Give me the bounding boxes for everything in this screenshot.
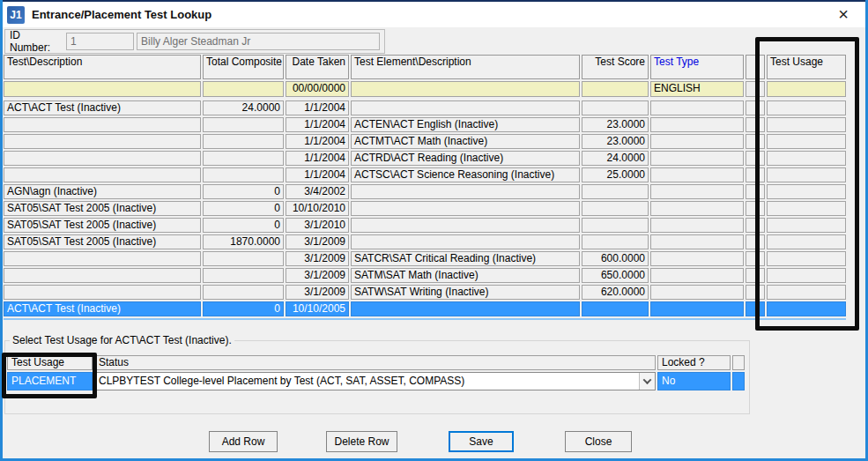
grid-cell-composite[interactable]: 0 bbox=[203, 201, 284, 216]
grid-cell-element[interactable] bbox=[351, 184, 580, 199]
grid-cell-date[interactable]: 10/10/2005 bbox=[286, 301, 349, 316]
col-header-total-composite-score[interactable]: Total Composite Score bbox=[203, 55, 284, 79]
grid-cell-test[interactable] bbox=[4, 285, 201, 300]
grid-cell-test[interactable] bbox=[4, 268, 201, 283]
table-row[interactable]: 3/1/2009SATW\SAT Writing (Inactive)620.0… bbox=[4, 285, 846, 300]
table-row[interactable]: 3/1/2009SATM\SAT Math (Inactive)650.0000 bbox=[4, 268, 846, 283]
grid-cell-element[interactable]: SATW\SAT Writing (Inactive) bbox=[351, 285, 580, 300]
grid-cell-test[interactable]: SAT05\SAT Test 2005 (Inactive) bbox=[4, 201, 201, 216]
status-combobox[interactable]: CLPBYTEST College-level Placement by Tes… bbox=[94, 372, 656, 390]
grid-cell-score[interactable] bbox=[582, 218, 649, 233]
grid-cell-element[interactable]: ACTEN\ACT English (Inactive) bbox=[351, 117, 580, 132]
grid-cell-test[interactable]: SAT05\SAT Test 2005 (Inactive) bbox=[4, 218, 201, 233]
table-row[interactable]: SAT05\SAT Test 2005 (Inactive)03/1/2010 bbox=[4, 218, 846, 233]
table-row[interactable]: 1/1/2004ACTSC\ACT Science Reasoning (Ina… bbox=[4, 167, 846, 182]
grid-cell-score[interactable] bbox=[582, 234, 649, 249]
id-number-field[interactable]: 1 bbox=[66, 33, 134, 50]
grid-cell-element[interactable] bbox=[351, 201, 580, 216]
grid-cell-element[interactable]: ACTRD\ACT Reading (Inactive) bbox=[351, 151, 580, 166]
table-row[interactable]: 1/1/2004ACTEN\ACT English (Inactive)23.0… bbox=[4, 117, 846, 132]
grid-cell-score[interactable] bbox=[582, 184, 649, 199]
grid-cell-element[interactable]: SATM\SAT Math (Inactive) bbox=[351, 268, 580, 283]
title-bar[interactable]: J1 Entrance/Placement Test Lookup × bbox=[3, 2, 865, 27]
grid-cell-type[interactable] bbox=[650, 268, 744, 283]
grid-cell-type[interactable] bbox=[650, 134, 744, 149]
grid-cell-composite[interactable] bbox=[203, 251, 284, 266]
col-header-test-score[interactable]: Test Score bbox=[582, 55, 649, 79]
grid-cell-date[interactable]: 1/1/2004 bbox=[286, 151, 349, 166]
grid-cell-type[interactable] bbox=[650, 184, 744, 199]
grid-cell-score[interactable] bbox=[582, 301, 649, 316]
grid-cell-test[interactable] bbox=[4, 151, 201, 166]
grid-cell-element[interactable]: SATCR\SAT Critical Reading (Inactive) bbox=[351, 251, 580, 266]
grid-cell-element[interactable] bbox=[351, 100, 580, 115]
table-row[interactable]: ACT\ACT Test (Inactive)010/10/2005 bbox=[4, 301, 846, 316]
grid-cell-composite[interactable] bbox=[203, 285, 284, 300]
grid-cell-test[interactable] bbox=[4, 167, 201, 182]
close-button[interactable]: Close bbox=[565, 431, 632, 452]
status-dropdown-button[interactable] bbox=[639, 373, 655, 390]
grid-cell-composite[interactable] bbox=[203, 151, 284, 166]
grid-cell-type[interactable] bbox=[650, 151, 744, 166]
usage-col-header-locked[interactable]: Locked ? bbox=[657, 355, 731, 370]
table-row[interactable]: 1/1/2004ACTRD\ACT Reading (Inactive)24.0… bbox=[4, 151, 846, 166]
col-header-test-type[interactable]: Test Type bbox=[650, 55, 744, 79]
grid-cell-score[interactable]: 23.0000 bbox=[582, 134, 649, 149]
grid-cell-type[interactable] bbox=[650, 234, 744, 249]
grid-cell-date[interactable]: 10/10/2010 bbox=[286, 201, 349, 216]
grid-cell-test[interactable]: ACT\ACT Test (Inactive) bbox=[4, 301, 201, 316]
col-header-test-element[interactable]: Test Element\Description bbox=[351, 55, 580, 79]
grid-cell-date[interactable]: 3/4/2002 bbox=[286, 184, 349, 199]
grid-cell-composite[interactable]: 1870.0000 bbox=[203, 234, 284, 249]
grid-cell-test[interactable] bbox=[4, 117, 201, 132]
grid-cell-test[interactable]: ACT\ACT Test (Inactive) bbox=[4, 100, 201, 115]
grid-cell-type[interactable] bbox=[650, 117, 744, 132]
grid-cell-test[interactable] bbox=[4, 134, 201, 149]
grid-cell-test[interactable]: AGN\agn (Inactive) bbox=[4, 184, 201, 199]
grid-cell-score[interactable] bbox=[582, 201, 649, 216]
grid-cell-element[interactable] bbox=[351, 301, 580, 316]
grid-cell-date[interactable]: 3/1/2009 bbox=[286, 285, 349, 300]
table-row[interactable]: SAT05\SAT Test 2005 (Inactive)010/10/201… bbox=[4, 201, 846, 216]
grid-cell-element[interactable] bbox=[351, 234, 580, 249]
grid-cell-composite[interactable]: 0 bbox=[203, 184, 284, 199]
grid-cell-element[interactable]: ACTSC\ACT Science Reasoning (Inactive) bbox=[351, 167, 580, 182]
status-combobox-value[interactable]: CLPBYTEST College-level Placement by Tes… bbox=[95, 373, 639, 390]
usage-col-header-status[interactable]: Status bbox=[94, 355, 656, 370]
table-row[interactable]: 1/1/2004ACTMT\ACT Math (Inactive)23.0000 bbox=[4, 134, 846, 149]
table-row[interactable]: ACT\ACT Test (Inactive)24.00001/1/2004 bbox=[4, 100, 846, 115]
usage-cell-locked[interactable]: No bbox=[657, 372, 731, 390]
filter-cell-date[interactable]: 00/00/0000 bbox=[286, 81, 349, 97]
grid-cell-score[interactable] bbox=[582, 100, 649, 115]
grid-cell-composite[interactable] bbox=[203, 268, 284, 283]
grid-cell-composite[interactable] bbox=[203, 167, 284, 182]
grid-cell-date[interactable]: 3/1/2009 bbox=[286, 251, 349, 266]
grid-cell-element[interactable]: ACTMT\ACT Math (Inactive) bbox=[351, 134, 580, 149]
grid-cell-type[interactable] bbox=[650, 100, 744, 115]
grid-cell-date[interactable]: 3/1/2010 bbox=[286, 218, 349, 233]
grid-cell-date[interactable]: 1/1/2004 bbox=[286, 117, 349, 132]
grid-cell-score[interactable]: 600.0000 bbox=[582, 251, 649, 266]
delete-row-button[interactable]: Delete Row bbox=[326, 431, 397, 452]
grid-cell-date[interactable]: 3/1/2009 bbox=[286, 234, 349, 249]
col-header-date-taken[interactable]: Date Taken bbox=[286, 55, 349, 79]
grid-cell-score[interactable]: 24.0000 bbox=[582, 151, 649, 166]
grid-cell-composite[interactable]: 0 bbox=[203, 218, 284, 233]
filter-cell-composite[interactable] bbox=[203, 81, 284, 97]
table-row[interactable]: 3/1/2009SATCR\SAT Critical Reading (Inac… bbox=[4, 251, 846, 266]
grid-cell-type[interactable] bbox=[650, 167, 744, 182]
save-button[interactable]: Save bbox=[449, 431, 514, 452]
grid-cell-type[interactable] bbox=[650, 218, 744, 233]
grid-cell-type[interactable] bbox=[650, 201, 744, 216]
grid-cell-type[interactable] bbox=[650, 251, 744, 266]
grid-cell-type[interactable] bbox=[650, 301, 744, 316]
grid-cell-score[interactable]: 620.0000 bbox=[582, 285, 649, 300]
student-name-field[interactable]: Billy Alger Steadman Jr bbox=[137, 33, 380, 50]
grid-cell-date[interactable]: 3/1/2009 bbox=[286, 268, 349, 283]
add-row-button[interactable]: Add Row bbox=[209, 431, 278, 452]
grid-cell-date[interactable]: 1/1/2004 bbox=[286, 100, 349, 115]
grid-cell-type[interactable] bbox=[650, 285, 744, 300]
table-row[interactable]: SAT05\SAT Test 2005 (Inactive)1870.00003… bbox=[4, 234, 846, 249]
grid-cell-test[interactable] bbox=[4, 251, 201, 266]
filter-cell-test[interactable] bbox=[4, 81, 201, 97]
